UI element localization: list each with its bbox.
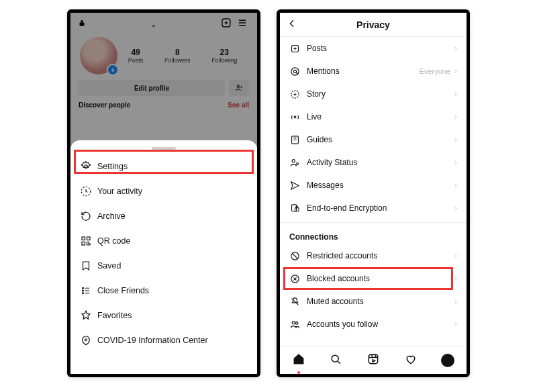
menu-qr-code[interactable]: QR code: [70, 228, 257, 253]
priv-live[interactable]: Live›: [280, 105, 467, 128]
privacy-list: Posts› MentionsEveryone› Story› Live› Gu…: [280, 37, 467, 346]
menu-label: QR code: [97, 236, 130, 246]
priv-blocked[interactable]: Blocked accounts›: [280, 267, 467, 290]
svg-point-8: [83, 287, 84, 289]
priv-guides[interactable]: Guides›: [280, 128, 467, 151]
menu-saved[interactable]: Saved: [70, 253, 257, 278]
divider: [280, 222, 467, 223]
bottom-sheet: Settings Your activity Archive QR code S…: [70, 140, 257, 374]
follow-icon: [289, 319, 307, 330]
menu-archive[interactable]: Archive: [70, 203, 257, 228]
posts-icon: [289, 43, 307, 54]
priv-activity-status[interactable]: Activity Status›: [280, 151, 467, 174]
restricted-icon: [289, 250, 307, 262]
messages-icon: [289, 180, 307, 191]
story-icon: [289, 89, 307, 100]
encryption-icon: [289, 203, 307, 214]
menu-label: Favorites: [97, 311, 132, 320]
activity-icon: [80, 185, 97, 197]
phone-left: ⌄ + 49Posts 8Followers 23Following Edit …: [67, 9, 260, 377]
menu-label: Settings: [97, 162, 128, 171]
sheet-grabber[interactable]: [152, 147, 176, 150]
bookmark-icon: [80, 260, 97, 272]
menu-label: COVID-19 Information Center: [97, 336, 208, 345]
info-icon: [80, 334, 97, 346]
svg-point-13: [291, 67, 299, 75]
priv-restricted[interactable]: Restricted accounts›: [280, 244, 467, 267]
live-icon: [289, 111, 307, 123]
priv-story[interactable]: Story›: [280, 83, 467, 105]
phone-right: Privacy Posts› MentionsEveryone› Story› …: [277, 9, 470, 377]
priv-messages[interactable]: Messages›: [280, 174, 467, 197]
modal-scrim[interactable]: [70, 13, 257, 147]
tab-activity[interactable]: [404, 352, 418, 369]
page-title: Privacy: [300, 19, 460, 30]
tab-home[interactable]: [292, 352, 305, 369]
svg-point-24: [292, 321, 295, 324]
menu-label: Your activity: [97, 187, 142, 196]
priv-mentions[interactable]: MentionsEveryone›: [280, 60, 467, 83]
archive-icon: [80, 210, 97, 222]
notification-dot: [297, 371, 300, 374]
activity-status-icon: [289, 157, 307, 168]
menu-covid-info[interactable]: COVID-19 Information Center: [70, 328, 257, 352]
svg-point-18: [292, 159, 295, 162]
list-icon: [80, 285, 97, 297]
svg-rect-21: [295, 207, 299, 211]
svg-rect-7: [82, 242, 85, 245]
menu-your-activity[interactable]: Your activity: [70, 179, 257, 203]
at-icon: [289, 66, 307, 77]
section-connections: Connections: [280, 226, 467, 244]
star-icon: [80, 309, 97, 322]
guides-icon: [289, 134, 307, 146]
priv-posts[interactable]: Posts›: [280, 37, 467, 60]
svg-point-9: [83, 290, 84, 291]
menu-close-friends[interactable]: Close Friends: [70, 278, 257, 303]
muted-icon: [289, 296, 307, 307]
menu-label: Close Friends: [97, 286, 149, 295]
menu-label: Saved: [97, 261, 121, 271]
svg-point-10: [83, 292, 84, 293]
priv-encryption[interactable]: End-to-end Encryption›: [280, 197, 467, 219]
tab-search[interactable]: [329, 352, 342, 369]
svg-point-14: [293, 70, 296, 72]
priv-muted[interactable]: Muted accounts›: [280, 290, 467, 313]
menu-settings[interactable]: Settings: [70, 154, 257, 179]
svg-point-25: [296, 322, 299, 324]
tab-reels[interactable]: [367, 352, 380, 369]
menu-label: Archive: [97, 211, 126, 221]
priv-accounts-follow[interactable]: Accounts you follow›: [280, 313, 467, 336]
tab-bar: [280, 346, 467, 374]
tab-profile[interactable]: [441, 354, 454, 367]
qr-icon: [80, 235, 97, 247]
privacy-header: Privacy: [280, 13, 467, 37]
svg-point-11: [85, 338, 87, 340]
blocked-icon: [289, 273, 307, 285]
settings-icon: [80, 160, 97, 173]
back-button[interactable]: [287, 18, 300, 32]
svg-rect-6: [87, 237, 91, 240]
svg-rect-5: [82, 237, 85, 240]
svg-point-16: [294, 116, 296, 118]
svg-rect-27: [369, 354, 377, 363]
menu-favorites[interactable]: Favorites: [70, 303, 257, 328]
svg-point-26: [332, 355, 339, 362]
profile-header: ⌄ + 49Posts 8Followers 23Following Edit …: [70, 13, 257, 147]
svg-point-19: [297, 162, 299, 164]
